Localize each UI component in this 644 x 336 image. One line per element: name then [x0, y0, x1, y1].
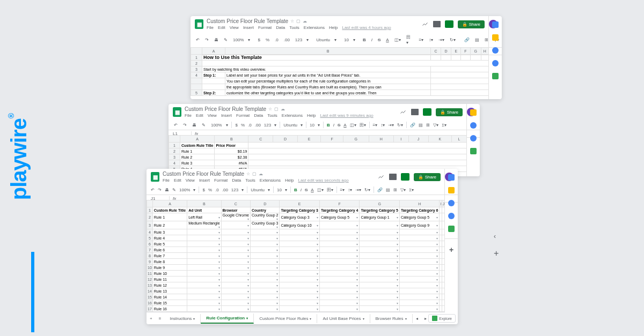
menu-help[interactable]: Help — [329, 25, 338, 30]
keep-icon[interactable] — [470, 109, 477, 116]
menu-edit[interactable]: Edit — [218, 25, 225, 30]
spreadsheet-window-3: ▦ Custom Price Floor Rule Template ☆ ▢ ☁… — [147, 169, 458, 324]
star-icon[interactable]: ☆ — [290, 19, 294, 24]
calendar-icon[interactable] — [448, 174, 455, 181]
tab-custom-price-floor-rules[interactable]: Custom Price Floor Rules▾ — [254, 314, 317, 323]
menu-format[interactable]: Format — [258, 25, 272, 30]
tab-ad-unit-base-prices[interactable]: Ad Unit Base Prices▾ — [317, 314, 370, 323]
zoom-select[interactable]: 100% — [232, 37, 245, 43]
spreadsheet-grid[interactable]: ABCDEFGH 1How to Use this Template 2 3St… — [191, 47, 489, 96]
spreadsheet-window-2: ▦ Custom Price Floor Rule Template ☆ ▢ ☁… — [169, 104, 480, 176]
comment-icon[interactable] — [433, 21, 441, 27]
doc-title[interactable]: Custom Price Floor Rule Template — [163, 171, 244, 177]
tab-browser-rules[interactable]: Browser Rules▾ — [370, 314, 413, 323]
tab-rule-configuration[interactable]: Rule Configuration▾ — [201, 313, 254, 324]
contacts-icon[interactable] — [470, 135, 477, 141]
activity-icon[interactable] — [421, 21, 429, 27]
menu-extensions[interactable]: Extensions — [304, 25, 325, 30]
cloud-icon[interactable]: ☁ — [303, 19, 307, 24]
all-sheets-icon[interactable]: ≡ — [156, 316, 165, 321]
tab-instructions[interactable]: Instructions▾ — [164, 314, 201, 323]
menu-data[interactable]: Data — [276, 25, 285, 30]
sheet-tabs: + ≡ Instructions▾ Rule Configuration▾ Cu… — [147, 312, 445, 324]
menu-tools[interactable]: Tools — [289, 25, 299, 30]
undo-icon[interactable]: ↶ — [195, 37, 201, 43]
keep-icon[interactable] — [448, 187, 455, 193]
addon-plus-icon[interactable]: + — [449, 245, 453, 254]
meet-icon[interactable] — [445, 20, 453, 28]
keep-icon[interactable] — [492, 34, 499, 41]
spreadsheet-window-1: ▦ Custom Price Floor Rule Template ☆ ▢ ☁… — [191, 16, 502, 99]
maps-icon[interactable] — [448, 226, 455, 232]
redo-icon[interactable]: ↷ — [204, 37, 210, 43]
sheets-icon: ▦ — [195, 19, 203, 29]
plus-shortcut-icon[interactable]: + — [493, 247, 644, 304]
doc-title[interactable]: Custom Price Floor Rule Template — [207, 18, 288, 24]
contacts-icon[interactable] — [492, 60, 499, 66]
doc-title[interactable]: Custom Price Floor Rule Template — [185, 106, 266, 112]
calendar-icon[interactable] — [492, 21, 499, 28]
menu-file[interactable]: File — [207, 25, 214, 30]
last-edit[interactable]: Last edit was 4 hours ago — [342, 25, 391, 30]
sheets-icon: ▦ — [151, 172, 159, 182]
add-sheet-icon[interactable]: + — [147, 316, 156, 321]
sheets-icon: ▦ — [173, 107, 181, 117]
tasks-icon[interactable] — [492, 47, 499, 54]
contacts-icon[interactable] — [448, 213, 455, 219]
maps-icon[interactable] — [470, 148, 477, 154]
share-button[interactable]: 🔒 Share — [458, 20, 485, 28]
menu-view[interactable]: View — [230, 25, 239, 30]
move-icon[interactable]: ▢ — [296, 19, 301, 24]
tasks-icon[interactable] — [448, 200, 455, 206]
menu-insert[interactable]: Insert — [243, 25, 254, 30]
spreadsheet-grid-3[interactable]: ABCDEFGHIJ1Custom Rule TitleAd UnitBrows… — [147, 200, 445, 312]
tasks-icon[interactable] — [470, 122, 477, 129]
paint-icon[interactable]: ✎ — [223, 37, 229, 43]
playwire-logo: playwire® — [16, 54, 48, 284]
print-icon[interactable]: 🖶 — [213, 37, 219, 43]
maps-icon[interactable] — [492, 73, 499, 79]
explore-button[interactable]: Explore — [428, 314, 456, 323]
toolbar: ↶ ↷ 🖶 ✎ 100%▾ $ % .0 .00 123▾ Ubuntu▾ 10… — [191, 32, 502, 48]
